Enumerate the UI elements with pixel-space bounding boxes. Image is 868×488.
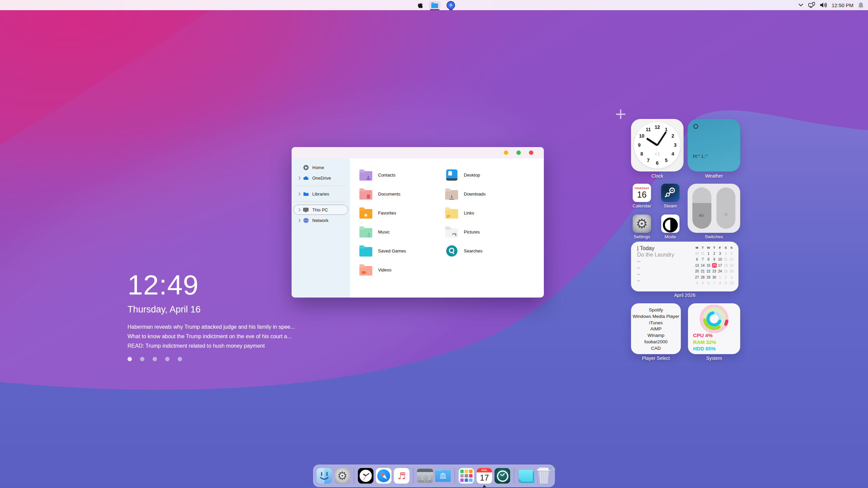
- dock-clock-app-icon[interactable]: [358, 467, 374, 485]
- calendar-day-cell: 31: [701, 252, 705, 256]
- close-button[interactable]: [529, 150, 533, 155]
- dock-hard-drive-icon[interactable]: [417, 467, 433, 485]
- mode-shortcut[interactable]: [661, 215, 679, 233]
- sidebar-item-this-pc[interactable]: This PC: [293, 205, 348, 215]
- folder-item-desktop[interactable]: Desktop: [445, 165, 544, 184]
- apple-menu[interactable]: [416, 0, 424, 10]
- folder-item-music[interactable]: Music: [359, 222, 445, 241]
- calendar-shortcut[interactable]: THURSDAY 16: [633, 184, 651, 202]
- window-titlebar[interactable]: [292, 147, 544, 159]
- hidden-icons-chevron-icon[interactable]: [798, 3, 804, 7]
- headline[interactable]: What to know about the Trump indictment …: [127, 332, 295, 341]
- dock-trash-icon[interactable]: [536, 467, 552, 485]
- sidebar-item-label: OneDrive: [312, 176, 331, 181]
- sidebar-item-libraries[interactable]: Libraries: [293, 189, 348, 199]
- sidebar-item-label: Libraries: [312, 191, 329, 197]
- calendar-day-cell: 24: [718, 269, 722, 273]
- add-widget-button[interactable]: +: [614, 105, 627, 122]
- folder-icon: [359, 207, 373, 219]
- volume-icon[interactable]: [820, 2, 827, 8]
- chevron-right-icon[interactable]: [297, 176, 301, 180]
- chevron-right-icon[interactable]: [297, 192, 301, 196]
- folder-icon: [359, 226, 373, 238]
- notifications-bell-icon[interactable]: [858, 2, 864, 8]
- player-select-widget[interactable]: SpotifyWindows Media PlayeriTunesAIMPWin…: [631, 303, 681, 354]
- brightness-slider[interactable]: [716, 187, 735, 229]
- weather-widget[interactable]: H:° L:°: [688, 119, 740, 171]
- network-icon: [303, 217, 309, 223]
- menu-bar: 12:50 PM: [0, 0, 868, 10]
- chevron-right-icon[interactable]: [297, 208, 301, 211]
- calendar-day-cell: 28: [701, 276, 705, 279]
- dock-calendar-app-icon[interactable]: JUL17: [477, 467, 492, 485]
- clock-number: 2: [669, 133, 676, 139]
- chevron-right-icon[interactable]: [297, 219, 301, 222]
- page-dot[interactable]: [165, 357, 170, 361]
- folder-item-videos[interactable]: Videos: [359, 260, 445, 279]
- stat-ram: RAM 32%: [693, 339, 716, 346]
- player-option[interactable]: Winamp: [632, 332, 680, 339]
- calendar-day-cell: 5: [702, 281, 704, 285]
- folder-item-favorites[interactable]: Favorites: [359, 203, 445, 222]
- player-option[interactable]: AIMP: [632, 326, 680, 332]
- dock-safari-icon[interactable]: [376, 467, 392, 485]
- sidebar-item-onedrive[interactable]: OneDrive: [293, 173, 348, 183]
- today-title: | Today: [637, 245, 674, 251]
- page-dot[interactable]: [127, 357, 132, 361]
- calendar-day-cell: 10: [718, 258, 722, 261]
- folder-item-label: Links: [464, 210, 474, 216]
- sidebar-item-network[interactable]: Network: [293, 215, 348, 225]
- folder-item-label: Saved Games: [378, 248, 406, 253]
- player-option[interactable]: Windows Media Player: [632, 313, 680, 320]
- clock-number: 8: [638, 151, 646, 157]
- dock: JUL17: [313, 465, 555, 487]
- dock-launchpad-icon[interactable]: [459, 467, 474, 485]
- calendar-day-cell: 29: [707, 276, 710, 279]
- tray-clock[interactable]: 12:50 PM: [832, 2, 853, 8]
- folder-item-links[interactable]: Links: [445, 203, 544, 222]
- volume-slider[interactable]: [692, 187, 711, 229]
- headline[interactable]: Haberman reveals why Trump attacked judg…: [127, 322, 295, 332]
- settings-shortcut[interactable]: [633, 215, 651, 233]
- calendar-day-cell: 13: [695, 264, 699, 267]
- folder-item-downloads[interactable]: Downloads: [445, 184, 544, 203]
- calendar-widget[interactable]: | TodayDo the Laundry–––– MTWTFSS3031123…: [631, 242, 738, 291]
- player-option[interactable]: Spotify: [632, 307, 680, 313]
- page-dot[interactable]: [153, 357, 157, 361]
- sidebar-item-home[interactable]: Home: [293, 162, 348, 172]
- zoom-button[interactable]: [516, 150, 521, 155]
- dock-finder-icon[interactable]: [317, 467, 332, 485]
- dock-library-folder-icon[interactable]: [435, 467, 451, 485]
- explorer-app[interactable]: [428, 0, 441, 10]
- folder-item-documents[interactable]: Documents: [359, 184, 445, 203]
- dock-stickies-icon[interactable]: [518, 467, 534, 485]
- page-dot[interactable]: [178, 357, 182, 361]
- player-option[interactable]: CAD: [632, 345, 680, 352]
- sidebar-item-label: Home: [312, 165, 324, 170]
- gear-icon: [636, 217, 648, 230]
- player-option[interactable]: iTunes: [632, 320, 680, 326]
- minimize-button[interactable]: [504, 150, 508, 155]
- folder-item-searches[interactable]: Searches: [445, 241, 544, 260]
- calendar-day-cell: 5: [731, 252, 733, 256]
- clock-widget[interactable]: +1 121234567891011: [631, 119, 684, 171]
- player-option[interactable]: foobar2000: [632, 339, 680, 345]
- dock-system-preferences-icon[interactable]: [335, 467, 350, 485]
- folder-item-pictures[interactable]: Pictures: [445, 222, 544, 241]
- dock-time-machine-icon[interactable]: [495, 467, 510, 485]
- settings-app[interactable]: [446, 0, 456, 10]
- calendar-day-cell: 18: [724, 264, 728, 267]
- steam-shortcut[interactable]: [661, 184, 679, 202]
- headline[interactable]: READ: Trump indictment related to hush m…: [127, 341, 295, 351]
- page-dots: [127, 357, 295, 361]
- folder-item-contacts[interactable]: Contacts: [359, 165, 445, 184]
- person-glyph-icon: [367, 176, 370, 180]
- network-icon[interactable]: [808, 2, 815, 8]
- page-dot[interactable]: [140, 357, 144, 361]
- libraries-icon: [303, 191, 309, 197]
- desktop: 12:50 PM 12:49 Thursday, April 16 Haberm…: [0, 0, 868, 488]
- system-monitor-widget[interactable]: CPU 4%RAM 32%HDD 65%: [688, 303, 740, 354]
- folder-item-saved-games[interactable]: Saved Games: [359, 241, 445, 260]
- folder-icon: [359, 188, 373, 200]
- dock-music-icon[interactable]: [394, 467, 410, 485]
